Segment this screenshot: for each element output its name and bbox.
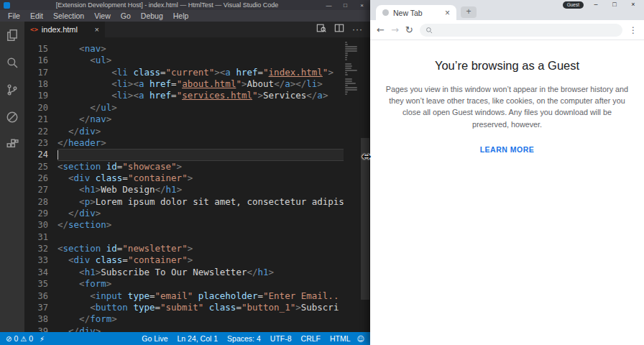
line-number-gutter: 1516171819202122232425262728293031323334… [24, 37, 58, 332]
minimap-line [345, 52, 348, 54]
status-html[interactable]: HTML [330, 334, 351, 343]
status-crlf[interactable]: CRLF [301, 334, 321, 343]
search-icon[interactable] [4, 55, 20, 70]
browser-menu-icon[interactable]: ⋮ [629, 25, 638, 35]
code-line[interactable]: <h1>Subscribe To Our Newsletter</h1> [58, 267, 344, 278]
code-line[interactable]: <li class="current"><a href="index.html"… [58, 67, 344, 78]
code-line[interactable]: </div> [58, 208, 344, 219]
status-go-live[interactable]: Go Live [142, 334, 167, 343]
split-editor-icon[interactable] [334, 23, 344, 36]
code-line[interactable]: </div> [58, 326, 344, 332]
window-title: [Extension Development Host] - index.htm… [14, 1, 321, 9]
reload-icon[interactable]: ↻ [405, 24, 413, 35]
tab-label: index.html [42, 25, 78, 34]
forward-icon[interactable]: → [391, 24, 399, 35]
scrollbar-thumb[interactable] [361, 138, 369, 300]
feedback-smiley-icon[interactable]: ☺ [357, 335, 364, 343]
tab-index-html[interactable]: <> index.html × [24, 22, 105, 37]
line-number: 27 [24, 184, 48, 196]
code-line[interactable] [58, 231, 344, 243]
minimap-line [345, 93, 347, 95]
code-line[interactable]: <ul> [58, 55, 344, 66]
line-number: 35 [24, 278, 48, 290]
code-line[interactable] [58, 149, 344, 160]
code-line[interactable]: <li><a href="about.html">About</a></li> [58, 78, 344, 90]
code-line[interactable]: <h1>Web Design</h1> [58, 184, 344, 196]
screen: [Extension Development Host] - index.htm… [0, 0, 644, 345]
menu-debug[interactable]: Debug [136, 10, 168, 22]
menu-view[interactable]: View [89, 10, 116, 22]
line-number: 23 [24, 137, 48, 149]
more-actions-icon[interactable]: ··· [352, 26, 363, 33]
line-number: 38 [24, 313, 48, 325]
guest-page: You’re browsing as a Guest Pages you vie… [370, 40, 644, 155]
code-line[interactable]: <nav> [58, 43, 344, 55]
line-number: 20 [24, 102, 48, 114]
extensions-icon[interactable] [4, 137, 20, 152]
minimap[interactable] [344, 37, 359, 332]
code-line[interactable]: <button type="submit" class="button_1">S… [58, 302, 344, 313]
line-number: 28 [24, 196, 48, 208]
open-preview-icon[interactable] [316, 23, 326, 36]
minimize-icon[interactable]: — [321, 2, 337, 9]
code-line[interactable]: </nav> [58, 114, 344, 125]
minimap-line [345, 78, 352, 80]
bolt-icon[interactable]: ⚡ [40, 335, 45, 343]
code-line[interactable]: <div class="container"> [58, 254, 344, 266]
vscode-titlebar: [Extension Development Host] - index.htm… [0, 0, 370, 10]
minimap-line [345, 46, 357, 47]
menu-edit[interactable]: Edit [25, 10, 48, 22]
minimap-line [345, 85, 348, 86]
problems-indicator[interactable]: ⊘ 0 ⚠ 0 [6, 334, 33, 343]
line-number: 19 [24, 90, 48, 101]
code-line[interactable]: <section id="newsletter"> [58, 243, 344, 254]
code-editor[interactable]: 1516171819202122232425262728293031323334… [24, 37, 370, 332]
menu-selection[interactable]: Selection [48, 10, 89, 22]
warning-count: 0 [29, 334, 33, 343]
new-tab-button[interactable]: + [461, 6, 477, 18]
code-area[interactable]: <nav> <ul> <li class="current"><a href="… [58, 37, 344, 332]
code-line[interactable]: </section> [58, 219, 344, 231]
minimize-icon[interactable]: – [586, 0, 605, 9]
code-line[interactable]: <form> [58, 278, 344, 290]
search-icon [426, 27, 433, 34]
back-icon[interactable]: ← [377, 24, 385, 35]
text-cursor [58, 150, 58, 160]
menu-help[interactable]: Help [168, 10, 194, 22]
maximize-icon[interactable]: □ [337, 2, 354, 9]
status-ln-24-col-1[interactable]: Ln 24, Col 1 [177, 334, 218, 343]
minimap-line [345, 63, 351, 65]
code-line[interactable]: </header> [58, 137, 344, 149]
tab-close-icon[interactable]: × [445, 8, 450, 18]
line-number: 33 [24, 254, 48, 266]
code-line[interactable]: </ul> [58, 102, 344, 114]
code-line[interactable]: <input type="email" placeholder="Enter E… [58, 290, 344, 302]
tab-close-icon[interactable]: × [95, 25, 99, 34]
code-line[interactable]: <li><a href="services.html">Services</a> [58, 90, 344, 101]
browser-tab-new-tab[interactable]: New Tab × [376, 5, 456, 20]
code-line[interactable]: <section id="showcase"> [58, 161, 344, 172]
explorer-icon[interactable] [4, 27, 20, 43]
menubar: FileEditSelectionViewGoDebugHelp [0, 10, 370, 22]
status-utf-8[interactable]: UTF-8 [270, 334, 292, 343]
minimap-line [345, 65, 352, 67]
close-icon[interactable]: × [624, 0, 643, 9]
code-line[interactable]: <p>Lorem ipsum dolor sit amet, consectet… [58, 196, 344, 208]
vscode-logo-icon [4, 2, 10, 9]
line-number: 37 [24, 302, 48, 313]
code-line[interactable]: <div class="container"> [58, 172, 344, 184]
menu-go[interactable]: Go [116, 10, 136, 22]
minimap-line [345, 70, 357, 71]
run-debug-icon[interactable] [4, 109, 20, 125]
code-line[interactable]: </form> [58, 313, 344, 325]
code-line[interactable]: </div> [58, 126, 344, 137]
learn-more-link[interactable]: LEARN MORE [480, 145, 535, 154]
address-bar[interactable] [420, 24, 622, 37]
menu-file[interactable]: File [3, 10, 25, 22]
source-control-icon[interactable] [4, 82, 20, 98]
address-input[interactable] [437, 24, 617, 36]
status-spaces-4[interactable]: Spaces: 4 [227, 334, 261, 343]
close-icon[interactable]: × [354, 2, 370, 9]
editor-scrollbar[interactable] [359, 37, 370, 332]
maximize-icon[interactable]: □ [605, 0, 624, 9]
